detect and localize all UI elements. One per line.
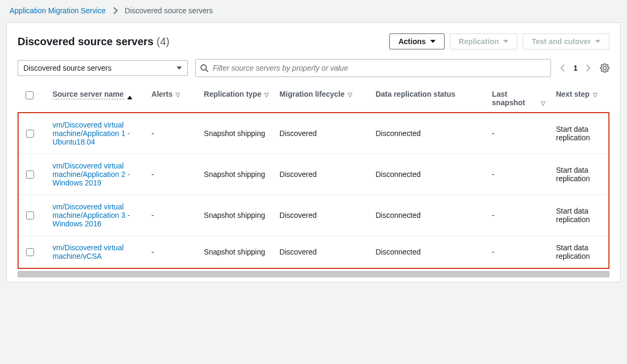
page-next-button[interactable] (584, 64, 592, 72)
cell-repl-status: Disconnected (370, 154, 487, 195)
col-last-snapshot[interactable]: Last snapshot▽ (487, 84, 550, 113)
search-box[interactable] (195, 59, 551, 77)
cell-next-step: Start data replication (550, 154, 609, 195)
title-count: (4) (156, 36, 169, 47)
row-checkbox[interactable] (26, 211, 34, 219)
caret-down-icon (503, 40, 508, 43)
cell-alerts: - (146, 154, 199, 195)
actions-button[interactable]: Actions (389, 33, 444, 49)
cell-repl-type: Snapshot shipping (198, 113, 274, 154)
table-row: vm/Discovered virtual machine/vCSA - Sna… (18, 236, 609, 269)
pager: 1 (558, 64, 592, 72)
col-lifecycle-label: Migration lifecycle (280, 90, 345, 98)
cell-next-step: Start data replication (550, 113, 609, 154)
servers-table: Source server name Alerts▽ Replication t… (18, 84, 609, 269)
view-select-label: Discovered source servers (23, 64, 112, 72)
caret-down-icon (177, 66, 182, 70)
server-name-link[interactable]: vm/Discovered virtual machine/Applicatio… (53, 121, 130, 146)
panel-header: Discovered source servers (4) Actions Re… (18, 33, 609, 49)
cell-alerts: - (146, 195, 199, 236)
test-cutover-button[interactable]: Test and cutover (523, 33, 609, 49)
caret-down-icon (430, 40, 436, 43)
cell-repl-type: Snapshot shipping (198, 236, 274, 269)
view-select[interactable]: Discovered source servers (18, 60, 188, 76)
row-checkbox[interactable] (26, 248, 34, 256)
test-cutover-button-label: Test and cutover (532, 37, 591, 46)
col-last-snapshot-label: Last snapshot (492, 90, 538, 107)
cell-last-snapshot: - (487, 154, 550, 195)
header-actions: Actions Replication Test and cutover (389, 33, 609, 49)
caret-down-icon (595, 40, 600, 43)
sort-caret-icon: ▽ (593, 91, 597, 98)
col-name[interactable]: Source server name (47, 84, 146, 113)
sort-asc-icon (127, 96, 132, 99)
table-row: vm/Discovered virtual machine/Applicatio… (18, 195, 609, 236)
col-repl-type[interactable]: Replication type▽ (198, 84, 274, 113)
cell-next-step: Start data replication (550, 195, 609, 236)
breadcrumb-current: Discovered source servers (125, 6, 213, 15)
col-next-step[interactable]: Next step▽ (550, 84, 609, 113)
table-row: vm/Discovered virtual machine/Applicatio… (18, 154, 609, 195)
col-lifecycle[interactable]: Migration lifecycle▽ (274, 84, 371, 113)
cell-repl-type: Snapshot shipping (198, 195, 274, 236)
col-select-all (18, 84, 47, 113)
page-title: Discovered source servers (4) (18, 36, 170, 48)
replication-button[interactable]: Replication (450, 33, 517, 49)
row-checkbox[interactable] (26, 171, 34, 179)
col-next-step-label: Next step (556, 90, 589, 98)
table-row: vm/Discovered virtual machine/Applicatio… (18, 113, 609, 154)
cell-lifecycle: Discovered (274, 113, 371, 154)
cell-lifecycle: Discovered (274, 236, 371, 269)
col-name-label: Source server name (53, 90, 124, 99)
breadcrumb-root-link[interactable]: Application Migration Service (10, 6, 106, 15)
horizontal-scrollbar[interactable] (18, 271, 609, 277)
server-name-link[interactable]: vm/Discovered virtual machine/Applicatio… (53, 202, 130, 228)
cell-repl-status: Disconnected (370, 195, 487, 236)
cell-repl-status: Disconnected (370, 113, 487, 154)
page-number: 1 (573, 64, 578, 72)
sort-caret-icon: ▽ (264, 91, 269, 98)
replication-button-label: Replication (459, 37, 499, 46)
cell-lifecycle: Discovered (274, 195, 371, 236)
cell-repl-type: Snapshot shipping (198, 154, 274, 195)
search-icon (200, 64, 208, 72)
col-repl-status-label: Data replication status (375, 90, 455, 98)
server-name-link[interactable]: vm/Discovered virtual machine/vCSA (53, 243, 124, 260)
cell-next-step: Start data replication (550, 236, 609, 269)
filter-row: Discovered source servers 1 (18, 59, 609, 77)
breadcrumb: Application Migration Service Discovered… (6, 4, 621, 22)
page-prev-button[interactable] (558, 64, 567, 72)
actions-button-label: Actions (398, 37, 425, 46)
servers-panel: Discovered source servers (4) Actions Re… (6, 22, 621, 282)
select-all-checkbox[interactable] (26, 91, 34, 99)
sort-caret-icon: ▽ (348, 91, 352, 98)
cell-repl-status: Disconnected (370, 236, 487, 269)
table-header-row: Source server name Alerts▽ Replication t… (18, 84, 609, 113)
svg-point-0 (201, 65, 206, 70)
settings-button[interactable] (600, 63, 609, 73)
cell-last-snapshot: - (487, 195, 550, 236)
chevron-right-icon (111, 6, 120, 15)
title-text: Discovered source servers (18, 36, 154, 47)
sort-caret-icon: ▽ (175, 91, 180, 98)
cell-alerts: - (146, 236, 199, 269)
cell-last-snapshot: - (487, 113, 550, 154)
cell-last-snapshot: - (487, 236, 550, 269)
col-repl-status[interactable]: Data replication status (370, 84, 487, 113)
table-body: vm/Discovered virtual machine/Applicatio… (18, 113, 609, 268)
row-checkbox[interactable] (26, 130, 34, 138)
search-input[interactable] (213, 62, 546, 74)
cell-lifecycle: Discovered (274, 154, 371, 195)
server-name-link[interactable]: vm/Discovered virtual machine/Applicatio… (53, 162, 130, 187)
col-repl-type-label: Replication type (204, 90, 261, 98)
sort-caret-icon: ▽ (541, 100, 545, 107)
col-alerts-label: Alerts (152, 90, 173, 98)
svg-line-1 (206, 70, 208, 72)
cell-alerts: - (146, 113, 199, 154)
col-alerts[interactable]: Alerts▽ (146, 84, 199, 113)
